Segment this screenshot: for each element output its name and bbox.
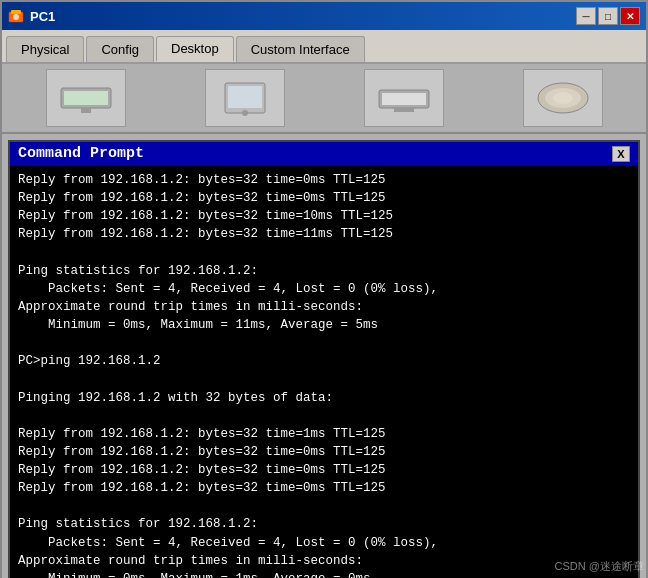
svg-rect-1 <box>11 10 21 14</box>
tab-physical[interactable]: Physical <box>6 36 84 62</box>
svg-point-14 <box>553 92 573 104</box>
svg-rect-4 <box>64 91 108 105</box>
minimize-button[interactable]: ─ <box>576 7 596 25</box>
svg-rect-11 <box>394 108 414 112</box>
cmd-window: Command Prompt X Reply from 192.168.1.2:… <box>8 140 640 578</box>
title-bar: PC1 ─ □ ✕ <box>2 2 646 30</box>
tabs-bar: Physical Config Desktop Custom Interface <box>2 30 646 64</box>
device-thumb-4 <box>523 69 603 127</box>
device-thumb-2 <box>205 69 285 127</box>
tab-desktop[interactable]: Desktop <box>156 36 234 62</box>
cmd-area: Command Prompt X Reply from 192.168.1.2:… <box>2 134 646 578</box>
cmd-output: Reply from 192.168.1.2: bytes=32 time=0m… <box>18 171 630 578</box>
svg-rect-7 <box>228 86 262 108</box>
svg-point-2 <box>13 14 19 20</box>
window-icon <box>8 8 24 24</box>
device-area <box>2 64 646 134</box>
cmd-body[interactable]: Reply from 192.168.1.2: bytes=32 time=0m… <box>10 165 638 578</box>
tab-config[interactable]: Config <box>86 36 154 62</box>
window-title: PC1 <box>30 9 576 24</box>
window-controls: ─ □ ✕ <box>576 7 640 25</box>
maximize-button[interactable]: □ <box>598 7 618 25</box>
tab-custom-interface[interactable]: Custom Interface <box>236 36 365 62</box>
cmd-close-button[interactable]: X <box>612 146 630 162</box>
svg-rect-10 <box>382 93 426 105</box>
cmd-title: Command Prompt <box>18 145 144 162</box>
cmd-titlebar: Command Prompt X <box>10 142 638 165</box>
device-thumb-3 <box>364 69 444 127</box>
close-button[interactable]: ✕ <box>620 7 640 25</box>
main-window: PC1 ─ □ ✕ Physical Config Desktop Custom… <box>0 0 648 578</box>
svg-point-8 <box>242 110 248 116</box>
svg-rect-5 <box>81 108 91 113</box>
device-thumb-1 <box>46 69 126 127</box>
